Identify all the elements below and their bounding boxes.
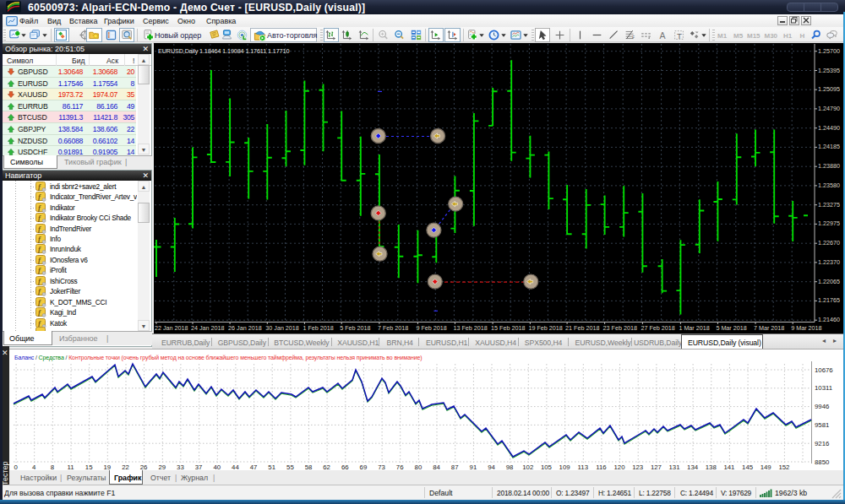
- svg-text:13 Feb 2018: 13 Feb 2018: [453, 324, 487, 332]
- svg-text:1.24185: 1.24185: [818, 143, 840, 150]
- svg-text:A: A: [659, 30, 666, 41]
- svg-text:1.22370: 1.22370: [818, 258, 840, 266]
- svg-text:1.24790: 1.24790: [818, 105, 840, 112]
- svg-text:1 Mar 2018: 1 Mar 2018: [679, 324, 709, 332]
- svg-text:9 Feb 2018: 9 Feb 2018: [416, 324, 446, 332]
- svg-text:F: F: [631, 35, 634, 40]
- svg-text:21 Feb 2018: 21 Feb 2018: [565, 324, 599, 332]
- svg-text:1.25700: 1.25700: [818, 47, 840, 55]
- svg-text:27 Feb 2018: 27 Feb 2018: [641, 324, 674, 332]
- svg-text:19 Feb 2018: 19 Feb 2018: [528, 324, 562, 332]
- svg-text:9946: 9946: [815, 403, 829, 410]
- svg-text:T: T: [677, 31, 682, 41]
- svg-text:10676: 10676: [815, 366, 833, 374]
- svg-text:1.22065: 1.22065: [818, 278, 840, 285]
- svg-text:10311: 10311: [815, 384, 832, 392]
- svg-text:EURUSD,Daily 1.18464 1.19084: EURUSD,Daily 1.18464 1.19084 1.17611 1.1…: [158, 47, 289, 55]
- svg-text:1.22975: 1.22975: [818, 219, 840, 227]
- svg-text:30 Jan 2018: 30 Jan 2018: [265, 324, 299, 332]
- svg-text:1.21765: 1.21765: [818, 296, 840, 304]
- svg-text:1.25095: 1.25095: [818, 85, 840, 93]
- svg-text:1.23880: 1.23880: [818, 162, 840, 170]
- svg-text:7 Feb 2018: 7 Feb 2018: [378, 324, 408, 332]
- svg-text:24 Jan 2018: 24 Jan 2018: [191, 324, 225, 332]
- svg-text:5 Feb 2018: 5 Feb 2018: [340, 324, 370, 332]
- svg-text:22 Jan 2018: 22 Jan 2018: [155, 324, 188, 332]
- svg-text:5 Mar 2018: 5 Mar 2018: [716, 324, 746, 332]
- svg-text:23 Feb 2018: 23 Feb 2018: [603, 324, 637, 332]
- svg-text:7 Mar 2018: 7 Mar 2018: [754, 324, 784, 332]
- svg-text:8850: 8850: [815, 458, 830, 466]
- svg-text:26 Jan 2018: 26 Jan 2018: [228, 324, 262, 332]
- svg-text:9 Mar 2018: 9 Mar 2018: [791, 324, 821, 332]
- svg-text:1.24490: 1.24490: [818, 124, 840, 132]
- svg-text:9581: 9581: [815, 421, 829, 429]
- svg-text:1.23275: 1.23275: [818, 201, 840, 209]
- svg-text:1.22670: 1.22670: [818, 239, 840, 247]
- svg-text:1 Feb 2018: 1 Feb 2018: [303, 324, 333, 332]
- svg-text:15 Feb 2018: 15 Feb 2018: [491, 324, 525, 332]
- svg-text:1.25395: 1.25395: [818, 67, 840, 74]
- svg-text:9216: 9216: [815, 440, 829, 447]
- svg-text:1.23580: 1.23580: [818, 182, 840, 189]
- svg-text:1.21460: 1.21460: [818, 316, 840, 323]
